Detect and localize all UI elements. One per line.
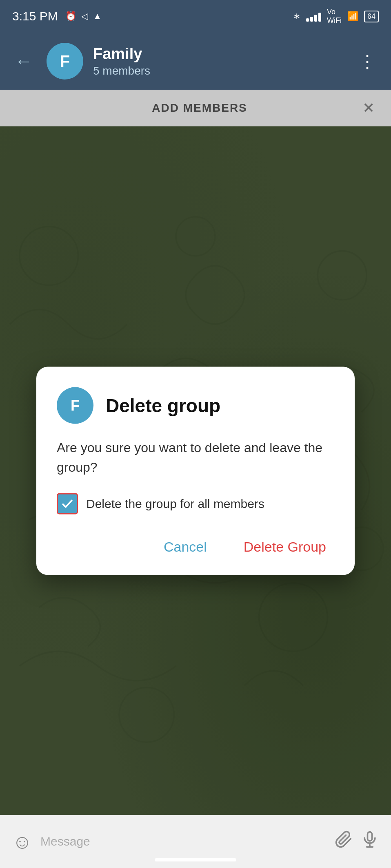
back-button[interactable]: ← [11, 47, 37, 75]
signal-bar-2 [310, 17, 313, 22]
signal-bars [306, 11, 321, 22]
svg-rect-7 [368, 832, 372, 841]
add-members-bar: ADD MEMBERS ✕ [0, 90, 391, 126]
group-members: 5 members [93, 64, 344, 77]
checkmark-icon [61, 497, 74, 510]
alert-icon: ▲ [93, 11, 102, 22]
battery-icon: 64 [364, 11, 379, 22]
add-members-label: ADD MEMBERS [37, 102, 362, 115]
group-name: Family [93, 45, 344, 63]
signal-bar-3 [314, 15, 317, 22]
close-add-members-button[interactable]: ✕ [362, 99, 375, 117]
group-info: Family 5 members [93, 45, 344, 77]
signal-bar-4 [318, 13, 321, 22]
toolbar: ← F Family 5 members ⋮ [0, 33, 391, 90]
dialog-avatar: F [57, 387, 93, 424]
home-indicator [155, 858, 236, 861]
cancel-button[interactable]: Cancel [156, 534, 215, 559]
delete-all-members-checkbox[interactable] [57, 493, 78, 514]
status-right: ∗ VoWiFi 📶 64 [293, 8, 379, 25]
dialog-buttons: Cancel Delete Group [57, 534, 334, 559]
status-icons: ⏰ ◁ ▲ [65, 11, 102, 22]
message-input[interactable]: Message [40, 835, 327, 848]
emoji-button[interactable]: ☺ [12, 830, 32, 853]
checkbox-row: Delete the group for all members [57, 493, 334, 514]
more-button[interactable]: ⋮ [354, 47, 380, 76]
navigation-icon: ◁ [81, 11, 88, 22]
dialog-message: Are you sure you want to delete and leav… [57, 437, 334, 477]
signal-bar-1 [306, 18, 309, 22]
dialog-title: Delete group [106, 394, 220, 416]
vowifi-icon: VoWiFi [327, 8, 342, 25]
group-avatar: F [47, 43, 83, 80]
dialog-header: F Delete group [57, 387, 334, 424]
delete-group-dialog: F Delete group Are you sure you want to … [36, 367, 355, 575]
wifi-icon: 📶 [347, 11, 358, 22]
status-left: 3:15 PM ⏰ ◁ ▲ [12, 9, 102, 23]
delete-group-button[interactable]: Delete Group [235, 534, 334, 559]
bluetooth-icon: ∗ [293, 11, 300, 22]
mic-button[interactable] [361, 830, 379, 853]
status-time: 3:15 PM [12, 9, 58, 23]
checkbox-label: Delete the group for all members [86, 497, 264, 510]
attach-button[interactable] [335, 830, 353, 853]
status-bar: 3:15 PM ⏰ ◁ ▲ ∗ VoWiFi 📶 64 [0, 0, 391, 33]
alarm-icon: ⏰ [65, 11, 76, 22]
